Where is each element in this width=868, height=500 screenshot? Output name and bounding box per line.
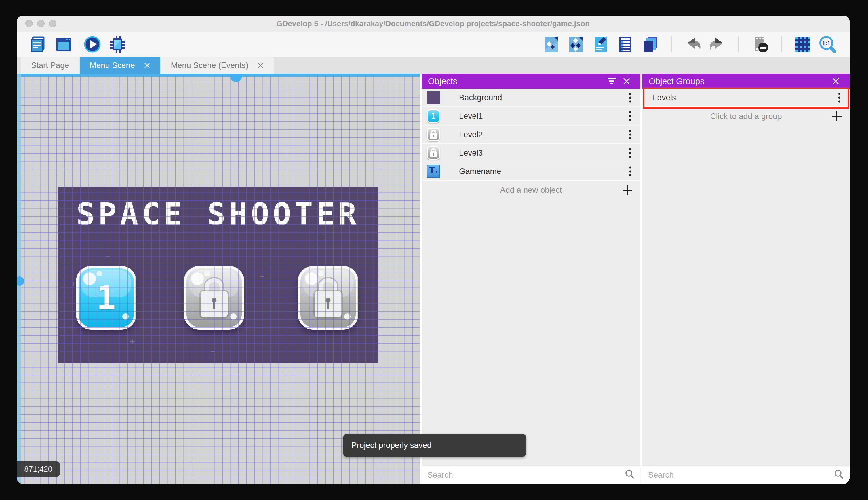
toolbar-left-group [30,35,72,53]
search-icon [624,469,635,481]
filter-icon[interactable] [604,74,619,89]
lock-icon [201,278,228,317]
object-row-level2[interactable]: Level2 [422,126,640,144]
objects-search-input[interactable] [427,470,624,480]
selection-top-edge [17,74,420,77]
background-thumbnail [427,91,440,104]
tab-label: Menu Scene [90,61,135,70]
scene-window-icon[interactable] [55,35,72,53]
selection-resize-handle[interactable] [230,74,242,82]
object-menu-icon[interactable] [627,128,633,141]
text-object-thumbnail: Tx [427,165,440,178]
game-title-text[interactable]: SPACE SHOOTER [58,196,378,232]
zoom-window-button[interactable] [49,20,56,27]
object-name: Level3 [459,148,483,158]
add-icon[interactable] [831,111,842,122]
objects-panel-empty-area [422,199,640,466]
object-menu-icon[interactable] [627,110,633,122]
gloss-bubble [96,271,102,276]
minimize-window-button[interactable] [37,20,45,27]
tab-label: Start Page [31,61,69,70]
level3-button-instance[interactable] [298,266,358,330]
scene-canvas[interactable]: SPACE SHOOTER 1 [17,74,420,484]
star-decoration [319,236,323,240]
close-tab-icon[interactable] [144,62,151,69]
add-group-row[interactable]: Click to add a group [642,107,849,126]
redo-icon[interactable] [708,35,726,53]
group-menu-icon[interactable] [837,91,842,104]
gloss-bubble [122,314,129,320]
objects-panel-header: Objects [422,74,640,89]
selection-resize-handle[interactable] [17,276,24,286]
undo-icon[interactable] [684,35,702,53]
title-bar: GDevelop 5 - /Users/dkarakay/Documents/G… [17,15,849,32]
toast-message: Project properly saved [351,441,432,450]
add-object-row[interactable]: Add a new object [422,181,640,199]
close-tab-icon[interactable] [257,62,264,69]
level1-number: 1 [96,279,116,317]
star-decoration [260,274,264,279]
toolbar-preview-group [83,35,126,53]
app-window: GDevelop 5 - /Users/dkarakay/Documents/G… [17,15,849,484]
object-groups-icon[interactable] [567,35,585,53]
gloss-bubble [344,314,351,320]
level1-button-instance[interactable]: 1 [76,266,137,330]
star-decoration [237,214,241,219]
save-toast: Project properly saved [343,434,526,456]
toolbar-separator [739,36,739,53]
gloss-bubble [83,272,96,285]
object-row-gamename[interactable]: Tx Gamename [422,162,640,181]
toolbar-separator [671,36,672,53]
instances-mask-icon[interactable] [751,35,769,53]
preview-play-icon[interactable] [83,35,101,53]
debug-icon[interactable] [108,35,126,53]
object-menu-icon[interactable] [627,165,633,178]
level3-thumbnail [427,146,440,160]
object-menu-icon[interactable] [627,91,633,104]
close-panel-icon[interactable] [828,74,843,89]
background-instance[interactable]: SPACE SHOOTER 1 [58,186,378,363]
tab-menu-scene-events[interactable]: Menu Scene (Events) [161,57,274,74]
level2-button-instance[interactable] [184,266,244,330]
close-panel-icon[interactable] [619,74,634,89]
cursor-coordinates-badge: 871;420 [17,462,60,477]
object-groups-panel: Object Groups Levels Click to add a grou… [642,74,849,484]
instances-list-icon[interactable] [617,35,634,53]
object-name: Gamename [459,167,501,176]
tab-menu-scene[interactable]: Menu Scene [80,57,160,74]
properties-icon[interactable] [592,35,610,53]
grid-icon[interactable] [794,35,812,53]
search-icon [833,469,844,481]
tab-start-page[interactable]: Start Page [21,57,79,74]
object-menu-icon[interactable] [627,146,633,159]
groups-search-input[interactable] [647,470,833,480]
lock-icon [430,148,437,157]
tab-label: Menu Scene (Events) [171,61,248,70]
gloss-bubble [204,271,210,276]
add-group-label: Click to add a group [710,112,782,121]
zoom-ratio-label: 1:1 [822,40,831,46]
object-name: Level1 [459,112,483,121]
level1-thumbnail: 1 [427,110,440,123]
object-row-level1[interactable]: 1 Level1 [422,107,640,126]
close-window-button[interactable] [25,20,33,27]
group-row-levels[interactable]: Levels [642,89,849,107]
lock-icon [430,130,437,139]
star-decoration [130,339,135,344]
add-icon[interactable] [622,185,633,195]
objects-panel-icon[interactable] [542,35,560,53]
level2-thumbnail [427,128,440,141]
objects-search-bar [422,466,640,484]
object-row-level3[interactable]: Level3 [422,144,640,162]
panel-divider[interactable] [420,74,422,484]
gloss-bubble [230,314,237,320]
window-controls [25,20,56,27]
layers-icon[interactable] [641,35,659,53]
objects-panel: Objects Background 1 Level1 Level2 [422,74,640,484]
panel-divider[interactable] [640,74,642,484]
zoom-1-1-icon[interactable]: 1:1 [819,35,836,53]
object-row-background[interactable]: Background [422,89,640,107]
group-name: Levels [653,93,676,102]
project-manager-icon[interactable] [30,35,48,53]
object-groups-panel-header: Object Groups [642,74,849,89]
